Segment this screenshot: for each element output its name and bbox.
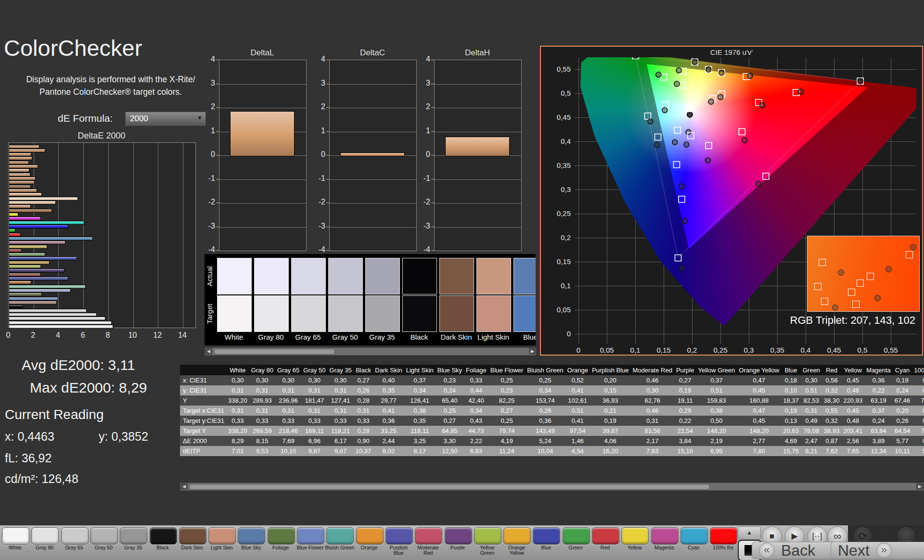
table-cell: 0,55 [822, 406, 842, 416]
measured-marker [687, 112, 693, 117]
delta-tick-mark [431, 84, 434, 84]
patch-button[interactable] [297, 527, 324, 545]
de-x-tick: 4 [51, 331, 64, 340]
delta-y-tick: -3 [309, 222, 325, 230]
table-cell: 0,56 [822, 375, 842, 385]
patch-button-label: Blue [531, 545, 561, 550]
patch-button[interactable] [356, 527, 384, 545]
delta-y-tick: -3 [199, 222, 215, 230]
patch-button[interactable] [61, 527, 89, 545]
de-formula-dropdown[interactable]: 2000 ▼ [125, 112, 206, 126]
patch-button[interactable] [385, 527, 413, 545]
swatch-scrollbar[interactable]: ◀ ▶ [205, 347, 537, 356]
measured-marker [684, 142, 689, 147]
patch-button[interactable] [326, 527, 354, 545]
delta-y-tick: 4 [199, 55, 215, 64]
patch-button[interactable] [2, 527, 29, 545]
scroll-left-icon[interactable]: ◀ [205, 348, 212, 355]
target-swatch [328, 295, 363, 332]
swatch-scrollbar-thumb[interactable] [214, 349, 335, 355]
patch-button[interactable] [120, 527, 147, 545]
table-scrollbar[interactable]: ◀ ▶ [180, 483, 924, 491]
target-swatch [513, 295, 536, 332]
delta-tick-mark [216, 131, 219, 132]
cie-x-tick: 0,05 [596, 346, 617, 354]
table-column-header: Purplish Blue [590, 365, 631, 375]
table-cell: 9,87 [328, 446, 354, 456]
table-cell: 0,31 [226, 406, 249, 416]
patch-button[interactable] [503, 527, 531, 545]
de-bar [9, 325, 113, 329]
patch-button[interactable] [680, 527, 708, 545]
inset-target-marker [814, 283, 821, 290]
table-cell: 118,11 [404, 426, 436, 436]
patch-button[interactable] [208, 527, 236, 545]
table-cell: 42,40 [464, 395, 488, 406]
patch-button[interactable] [533, 527, 560, 545]
cie-y-tick: 0,35 [550, 161, 571, 169]
table-cell: 0,37 [696, 375, 737, 385]
table-row: Target y:CIE310,330,330,330,330,330,330,… [180, 416, 924, 426]
table-scroll-left-icon[interactable]: ◀ [180, 483, 188, 490]
table-cell: 0,35 [404, 416, 436, 426]
table-cell: 6,95 [696, 446, 737, 456]
target-marker [655, 134, 661, 140]
patch-button[interactable] [31, 527, 59, 545]
table-column-header: Gray 50 [301, 365, 327, 375]
scroll-right-icon[interactable]: ▶ [529, 348, 536, 355]
table-cell: 8,17 [404, 446, 436, 456]
inset-measured-marker [832, 305, 838, 311]
table-cell: 0,31 [226, 385, 249, 395]
table-cell: 0,25 [525, 375, 565, 385]
de-bar [9, 216, 41, 220]
table-column-header: White [226, 365, 249, 375]
target-swatch [291, 295, 326, 332]
patch-button[interactable] [474, 527, 501, 545]
table-cell: 160,88 [737, 395, 781, 406]
patch-button[interactable] [415, 527, 442, 545]
table-cell: 118,21 [328, 426, 354, 436]
table-column-header: Black [354, 365, 373, 375]
table-scrollbar-thumb[interactable] [189, 484, 710, 490]
table-cell: 2,47 [801, 436, 822, 446]
delta-tick-mark [431, 250, 434, 251]
table-cell: 169,11 [301, 426, 327, 436]
patch-button[interactable] [621, 527, 649, 545]
table-cell: 0,31 [328, 385, 354, 395]
patch-button[interactable] [268, 527, 295, 545]
cie-x-tick: 0,4 [795, 346, 816, 354]
back-button[interactable]: « Back [752, 542, 836, 559]
de-bar [9, 177, 36, 180]
patch-button[interactable] [179, 527, 206, 545]
delta-tick-mark [216, 203, 219, 203]
target-marker [686, 105, 693, 112]
patch-button[interactable] [445, 527, 472, 545]
scroll-up-button[interactable]: ▲ [738, 526, 761, 540]
target-marker [706, 142, 712, 149]
table-cell: 0,40 [373, 375, 404, 385]
table-scroll-right-icon[interactable]: ▶ [916, 483, 924, 490]
table-cell: 0,31 [275, 406, 301, 416]
table-cell: 18,37 [781, 395, 801, 406]
patch-button[interactable] [592, 527, 619, 545]
de-bar [9, 213, 18, 216]
table-cell: 9,53 [249, 446, 275, 456]
table-cell: 36,93 [590, 395, 631, 406]
patch-button[interactable] [651, 527, 679, 545]
table-cell: 7,80 [737, 446, 781, 456]
table-row-label: Y [180, 395, 226, 406]
table-cell: 67,46 [893, 395, 912, 406]
table-cell: 0,31 [301, 406, 327, 416]
delta-chart-plot [329, 60, 417, 251]
delta-gridline [219, 179, 306, 180]
table-cell: 0,30 [801, 375, 822, 385]
patch-button-label: White [0, 545, 30, 550]
table-cell: 0,19 [674, 385, 696, 395]
patch-button[interactable] [90, 527, 118, 545]
next-button[interactable]: Next » [831, 542, 924, 559]
reading-x: x: 0,4463 [5, 430, 54, 444]
patch-button[interactable] [150, 527, 177, 545]
patch-button[interactable] [238, 527, 265, 545]
patch-button[interactable] [710, 527, 737, 545]
patch-button[interactable] [563, 527, 590, 545]
